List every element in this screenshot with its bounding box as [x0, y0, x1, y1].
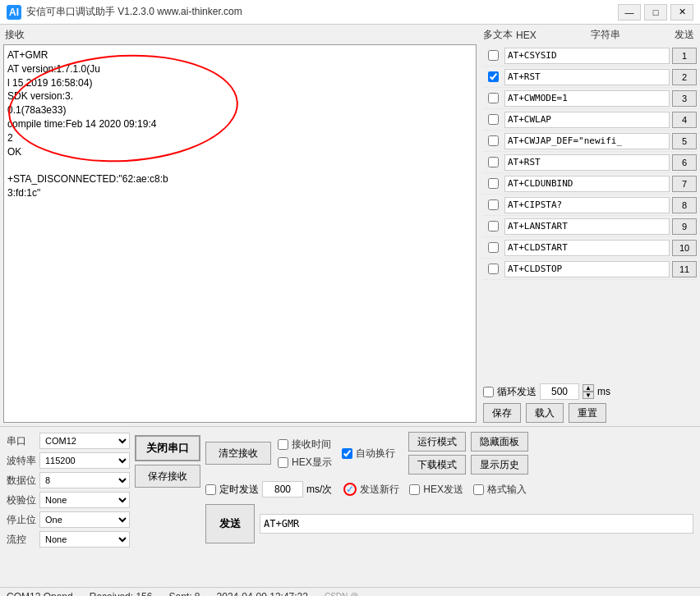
- cmd-text-3[interactable]: [504, 90, 670, 107]
- cmd-row-3: 3: [483, 88, 697, 109]
- cmd-send-btn-9[interactable]: 9: [672, 218, 697, 235]
- recv-opts-row: 清空接收 接收时间 HEX显示 自动换行: [205, 432, 693, 475]
- load-button[interactable]: 载入: [526, 403, 564, 423]
- recv-time-checkbox[interactable]: [278, 439, 288, 450]
- cmd-send-btn-7[interactable]: 7: [672, 176, 697, 192]
- download-mode-button[interactable]: 下载模式: [408, 455, 466, 475]
- cmd-hex-cb-6[interactable]: [488, 157, 499, 167]
- toolbar-row1: 串口 COM12 波特率 115200 数据位 8 校验位 N: [7, 432, 693, 548]
- port-status: COM12 Opend: [7, 591, 73, 597]
- send-main-button[interactable]: 发送: [205, 504, 255, 543]
- auto-newline-label: 自动换行: [356, 447, 395, 461]
- window-controls: — □ ✕: [618, 4, 693, 21]
- show-history-button[interactable]: 显示历史: [471, 455, 528, 475]
- cmd-send-btn-6[interactable]: 6: [672, 154, 697, 171]
- send-input[interactable]: [260, 514, 693, 534]
- cmd-row-8: 8: [483, 195, 697, 216]
- cmd-send-btn-11[interactable]: 11: [672, 261, 697, 277]
- maximize-button[interactable]: □: [644, 4, 667, 21]
- clear-recv-button[interactable]: 清空接收: [205, 442, 271, 465]
- hide-panel-button[interactable]: 隐藏面板: [471, 432, 528, 452]
- download-row: 下载模式 显示历史: [408, 455, 528, 475]
- hex-show-option: HEX显示: [278, 456, 332, 470]
- cmd-hex-cb-5[interactable]: [488, 135, 499, 146]
- timer-row: 定时发送 ms/次: [205, 481, 332, 497]
- cmd-text-10[interactable]: [504, 240, 670, 256]
- port-select[interactable]: COM12: [39, 433, 130, 449]
- cmd-hex-cb-4[interactable]: [488, 114, 499, 125]
- port-buttons: 关闭串口 保存接收: [135, 432, 200, 488]
- send-options: 自动换行: [342, 447, 395, 461]
- cmd-text-11[interactable]: [504, 261, 670, 277]
- loop-interval-input[interactable]: [540, 383, 579, 400]
- datetime: 2024-04-09 12:47:22: [217, 591, 308, 597]
- interval-input[interactable]: [262, 481, 303, 497]
- save-recv-button[interactable]: 保存接收: [135, 465, 200, 488]
- spinbox-up[interactable]: ▲: [583, 384, 594, 392]
- cmd-text-1[interactable]: [504, 48, 670, 64]
- hex-show-checkbox[interactable]: [278, 457, 288, 468]
- cmd-row-10: 10: [483, 237, 697, 259]
- check-label: 校验位: [7, 493, 39, 507]
- cmd-hex-cb-8[interactable]: [488, 199, 499, 210]
- data-label: 数据位: [7, 474, 39, 488]
- flow-select[interactable]: None: [39, 531, 130, 548]
- cmd-text-7[interactable]: [504, 176, 670, 192]
- run-mode-button[interactable]: 运行模式: [408, 432, 466, 452]
- spinbox-down[interactable]: ▼: [583, 392, 594, 399]
- check-select[interactable]: None: [39, 492, 130, 508]
- recv-time-option: 接收时间: [278, 438, 332, 452]
- baud-select[interactable]: 115200: [39, 452, 130, 469]
- multitext-title: 多文本: [483, 28, 516, 42]
- baud-label: 波特率: [7, 454, 39, 468]
- app-logo: AI: [7, 5, 21, 20]
- cmd-checkbox-7: [483, 178, 503, 189]
- minimize-button[interactable]: —: [618, 4, 641, 21]
- cmd-checkbox-6: [483, 157, 503, 167]
- cmd-text-2[interactable]: [504, 69, 670, 85]
- cmd-hex-cb-2[interactable]: [488, 71, 499, 82]
- cmd-hex-cb-9[interactable]: [488, 221, 499, 232]
- cmd-hex-cb-1[interactable]: [488, 50, 499, 61]
- cmd-send-btn-5[interactable]: 5: [672, 133, 697, 149]
- cmd-hex-cb-7[interactable]: [488, 178, 499, 189]
- save-button[interactable]: 保存: [483, 403, 521, 423]
- hex-send-checkbox[interactable]: [409, 484, 420, 495]
- data-row: 数据位 8: [7, 471, 130, 489]
- cmd-text-5[interactable]: [504, 133, 670, 149]
- cmd-send-btn-8[interactable]: 8: [672, 197, 697, 213]
- cmd-send-btn-1[interactable]: 1: [672, 48, 697, 64]
- cmd-checkbox-2: [483, 71, 503, 82]
- cmd-text-4[interactable]: [504, 112, 670, 128]
- timer-send-checkbox[interactable]: [205, 484, 216, 495]
- close-button[interactable]: ✕: [670, 4, 693, 21]
- cmd-send-btn-3[interactable]: 3: [672, 90, 697, 107]
- cmd-hex-cb-10[interactable]: [488, 242, 499, 253]
- cmd-text-9[interactable]: [504, 218, 670, 235]
- cmd-text-6[interactable]: [504, 154, 670, 171]
- send-row: 定时发送 ms/次 发送新行 HEX发送 格式输入: [205, 481, 693, 497]
- open-port-button[interactable]: 关闭串口: [135, 435, 200, 461]
- check-row: 校验位 None: [7, 491, 130, 509]
- right-panel: 多文本 HEX 字符串 发送 1234567891011 循环发送 ▲ ▼ ms…: [480, 25, 700, 426]
- flow-label: 流控: [7, 533, 39, 547]
- cmd-text-8[interactable]: [504, 197, 670, 213]
- data-select[interactable]: 8: [39, 472, 130, 488]
- reset-button[interactable]: 重置: [569, 403, 606, 423]
- format-checkbox[interactable]: [473, 484, 484, 495]
- cmd-send-btn-4[interactable]: 4: [672, 112, 697, 128]
- stop-row: 停止位 One: [7, 511, 130, 529]
- recv-time-label: 接收时间: [292, 438, 331, 452]
- titlebar: AI 安信可串口调试助手 V1.2.3.0 www.ai-thinker.com…: [0, 0, 700, 25]
- cmd-row-5: 5: [483, 131, 697, 152]
- auto-newline-checkbox[interactable]: [342, 448, 352, 459]
- stop-select[interactable]: One: [39, 511, 130, 528]
- cmd-hex-cb-11[interactable]: [488, 264, 499, 274]
- receive-area[interactable]: AT+GMR AT version:1.7.1.0(Ju l 15 2019 1…: [3, 44, 477, 423]
- cmd-send-btn-2[interactable]: 2: [672, 69, 697, 85]
- loop-send-checkbox[interactable]: [483, 387, 494, 397]
- stop-label: 停止位: [7, 513, 39, 527]
- cmd-checkbox-1: [483, 50, 503, 61]
- cmd-send-btn-10[interactable]: 10: [672, 240, 697, 256]
- cmd-hex-cb-3[interactable]: [488, 93, 499, 103]
